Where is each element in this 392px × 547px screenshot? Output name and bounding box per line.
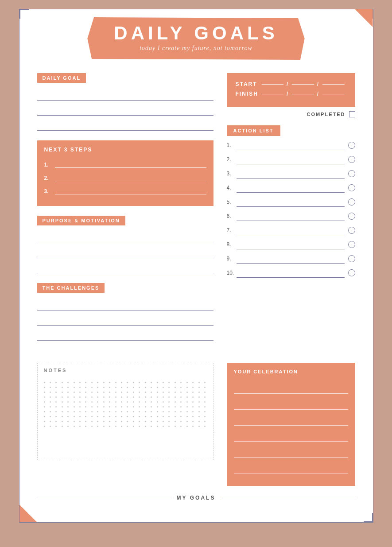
dot xyxy=(44,426,45,427)
dot xyxy=(198,411,200,412)
action-item-circle[interactable] xyxy=(348,142,355,149)
dot xyxy=(109,396,110,398)
action-item-row: 2. xyxy=(227,155,355,164)
dot xyxy=(145,396,146,398)
dot xyxy=(91,401,93,403)
action-item-line xyxy=(237,211,345,221)
dot xyxy=(109,426,110,427)
main-content: DAILY GOAL NEXT 3 STEPS 1. 2. xyxy=(19,64,373,354)
action-item-line xyxy=(237,240,345,249)
dot xyxy=(157,421,158,422)
dot xyxy=(55,406,57,407)
dot xyxy=(180,411,182,412)
action-item-num: 6. xyxy=(227,213,237,219)
dot xyxy=(74,406,75,407)
dot xyxy=(192,382,194,383)
dot xyxy=(91,396,93,398)
dot xyxy=(186,416,188,417)
finish-row: FINISH / / xyxy=(236,91,346,97)
action-item-circle[interactable] xyxy=(348,184,355,191)
purpose-line-3 xyxy=(37,261,213,273)
dot xyxy=(145,411,146,412)
celebration-line-6 xyxy=(234,462,348,473)
dot xyxy=(139,421,140,422)
next-3-steps-section: NEXT 3 STEPS 1. 2. 3. xyxy=(37,140,213,206)
action-item-row: 8. xyxy=(227,240,355,249)
action-item-circle[interactable] xyxy=(348,227,355,234)
dot xyxy=(127,396,128,398)
dot xyxy=(180,401,182,403)
dot xyxy=(145,416,146,417)
dot xyxy=(145,401,146,403)
dot xyxy=(151,421,152,422)
dot xyxy=(192,426,194,427)
dot xyxy=(91,387,93,388)
dot xyxy=(133,396,134,398)
dot xyxy=(157,387,158,388)
dot xyxy=(109,416,110,417)
action-item-circle[interactable] xyxy=(348,255,355,262)
challenges-line-2 xyxy=(37,313,213,326)
dot xyxy=(44,421,45,422)
dot xyxy=(121,401,122,403)
dot xyxy=(103,396,105,398)
dot xyxy=(192,421,194,422)
dot xyxy=(163,406,164,407)
step-row-2: 2. xyxy=(44,171,206,181)
dot xyxy=(157,382,158,383)
dot xyxy=(97,387,98,388)
dot xyxy=(97,396,98,398)
dot xyxy=(157,396,158,398)
dot xyxy=(121,392,122,393)
dot xyxy=(133,382,134,383)
left-column: DAILY GOAL NEXT 3 STEPS 1. 2. xyxy=(37,73,213,354)
dot xyxy=(115,416,116,417)
dot xyxy=(198,421,200,422)
dot xyxy=(168,411,170,412)
dot xyxy=(97,401,98,403)
dot xyxy=(163,411,164,412)
dot xyxy=(50,406,51,407)
dot xyxy=(175,406,176,407)
action-item-circle[interactable] xyxy=(348,269,355,276)
dot xyxy=(186,406,188,407)
action-item-num: 3. xyxy=(227,171,237,177)
dot xyxy=(91,426,93,427)
date-line-sm-1 xyxy=(262,84,283,85)
dot xyxy=(204,421,206,422)
dot xyxy=(186,411,188,412)
dot xyxy=(121,421,122,422)
dot xyxy=(175,421,176,422)
dot xyxy=(50,392,51,393)
action-item-circle[interactable] xyxy=(348,241,355,248)
action-item-circle[interactable] xyxy=(348,213,355,220)
dot xyxy=(85,406,86,407)
dot xyxy=(192,387,194,388)
action-item-circle[interactable] xyxy=(348,156,355,163)
action-item-num: 8. xyxy=(227,241,237,248)
dot xyxy=(168,421,170,422)
completed-checkbox[interactable] xyxy=(349,111,355,117)
dot xyxy=(79,426,81,427)
date-line-sm-4 xyxy=(322,94,344,94)
action-item-circle[interactable] xyxy=(348,170,355,177)
dot xyxy=(127,421,128,422)
action-item-circle[interactable] xyxy=(348,198,355,206)
date-line-sm-3 xyxy=(262,94,283,94)
notes-section: NOTES xyxy=(37,363,213,486)
dot xyxy=(139,416,140,417)
dot xyxy=(62,406,63,407)
dot xyxy=(127,401,128,403)
notes-box: NOTES xyxy=(37,363,213,460)
dot xyxy=(168,392,170,393)
dot xyxy=(85,387,86,388)
dot xyxy=(121,382,122,383)
footer-text: MY GOALS xyxy=(177,495,216,501)
dot xyxy=(175,392,176,393)
dot xyxy=(103,392,105,393)
action-item-line xyxy=(237,254,345,264)
dot xyxy=(198,382,200,383)
dot xyxy=(180,426,182,427)
dot xyxy=(55,411,57,412)
dot xyxy=(204,382,206,383)
